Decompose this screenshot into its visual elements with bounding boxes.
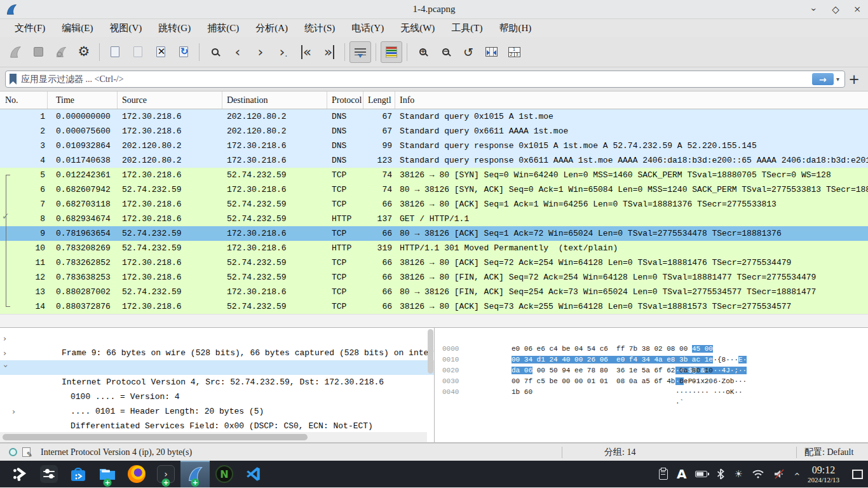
packet-row[interactable]: 5 0.012242361 172.30.218.6 52.74.232.59 … bbox=[0, 168, 868, 182]
expert-info-icon[interactable] bbox=[9, 448, 17, 456]
details-vertical-scrollbar[interactable] bbox=[428, 329, 433, 374]
taskbar-firefox[interactable] bbox=[122, 461, 151, 487]
taskbar-vscode[interactable] bbox=[239, 461, 268, 487]
taskbar-terminal[interactable]: ›+ bbox=[151, 461, 180, 487]
zoom-in-button[interactable]: + bbox=[412, 41, 433, 63]
show-desktop-button[interactable] bbox=[852, 470, 863, 479]
menu-item[interactable]: 文件(F) bbox=[6, 20, 53, 36]
menu-item[interactable]: 工具(T) bbox=[443, 20, 491, 36]
packet-row[interactable]: 13 0.880287002 52.74.232.59 172.30.218.6… bbox=[0, 285, 868, 299]
go-forward-button[interactable]: › bbox=[250, 41, 271, 63]
resize-columns-button[interactable] bbox=[480, 41, 502, 63]
go-to-packet-button[interactable]: ›. bbox=[273, 41, 294, 63]
statusbar-profile[interactable]: 配置: Default bbox=[797, 447, 868, 458]
detail-line[interactable]: Total Length: 52 bbox=[0, 419, 434, 433]
packet-row[interactable]: 14 0.880372876 172.30.218.6 52.74.232.59… bbox=[0, 299, 868, 314]
detail-line[interactable]: 0100 .... = Version: 4 bbox=[0, 375, 434, 390]
go-back-button[interactable]: ‹ bbox=[227, 41, 248, 63]
start-capture-button[interactable] bbox=[4, 41, 26, 63]
column-header-destination[interactable]: Destination bbox=[222, 92, 327, 109]
column-header-no[interactable]: No. bbox=[0, 92, 48, 109]
taskbar-control-center[interactable] bbox=[34, 461, 64, 487]
capture-options-button[interactable]: ⚙ bbox=[73, 41, 95, 63]
hex-row[interactable]: 0000e0 06 e6 c4 be 04 54 c6 ff 7b 38 02 … bbox=[435, 333, 868, 344]
packet-row[interactable]: 7 0.682703118 172.30.218.6 52.74.232.59 … bbox=[0, 197, 868, 212]
colorize-toggle[interactable] bbox=[381, 41, 402, 63]
display-filter-input[interactable] bbox=[21, 74, 812, 85]
expander-icon[interactable]: › bbox=[12, 404, 20, 419]
zoom-reset-button[interactable]: ↺ bbox=[458, 41, 479, 63]
taskbar-launcher[interactable] bbox=[5, 461, 34, 487]
restart-capture-button[interactable] bbox=[50, 41, 72, 63]
reload-file-button[interactable]: ↻ bbox=[173, 41, 194, 63]
column-header-protocol[interactable]: Protocol bbox=[327, 92, 363, 109]
expander-icon[interactable]: › bbox=[3, 331, 11, 346]
packet-list-hscrollbar[interactable] bbox=[0, 314, 868, 327]
filter-expression-caret-icon[interactable]: ▾ bbox=[836, 76, 839, 83]
menu-item[interactable]: 无线(W) bbox=[392, 20, 443, 36]
maximize-button[interactable]: ◇ bbox=[825, 0, 846, 19]
menu-item[interactable]: 分析(A) bbox=[247, 20, 296, 36]
packet-row[interactable]: 9 0.781963654 52.74.232.59 172.30.218.6 … bbox=[0, 226, 868, 241]
input-method-indicator[interactable]: A bbox=[677, 466, 686, 482]
display-filter-box[interactable]: → ▾ bbox=[5, 71, 845, 88]
detail-line[interactable]: ›Ethernet II, Src: NewH3CTechno_7b:38:02… bbox=[0, 346, 434, 360]
packet-row[interactable]: 10 0.783208269 52.74.232.59 172.30.218.6… bbox=[0, 241, 868, 255]
expander-icon[interactable]: › bbox=[3, 346, 11, 360]
go-last-packet-button[interactable]: » bbox=[318, 41, 340, 63]
packet-row[interactable]: 6 0.682607942 52.74.232.59 172.30.218.6 … bbox=[0, 182, 868, 197]
packet-row[interactable]: 3 0.010932864 202.120.80.2 172.30.218.6 … bbox=[0, 139, 868, 153]
hex-row[interactable]: 00401b 60 ·` bbox=[435, 376, 868, 387]
menu-item[interactable]: 统计(S) bbox=[296, 20, 343, 36]
menu-item[interactable]: 帮助(H) bbox=[491, 20, 539, 36]
close-button[interactable]: × bbox=[846, 0, 868, 19]
packet-row[interactable]: 4 0.011740638 202.120.80.2 172.30.218.6 … bbox=[0, 153, 868, 168]
taskbar-clock[interactable]: 09:12 2024/12/13 bbox=[808, 464, 839, 484]
packet-row[interactable]: 8 0.682934674 172.30.218.6 52.74.232.59 … bbox=[0, 212, 868, 226]
layout-123-button[interactable]: 123 bbox=[503, 41, 525, 63]
column-header-info[interactable]: Info bbox=[395, 92, 868, 109]
packet-row[interactable]: 2 0.000075600 172.30.218.6 202.120.80.2 … bbox=[0, 124, 868, 139]
auto-scroll-toggle[interactable] bbox=[349, 41, 371, 63]
packet-row[interactable]: 12 0.783638253 172.30.218.6 52.74.232.59… bbox=[0, 270, 868, 285]
bookmark-icon[interactable] bbox=[10, 74, 17, 85]
packet-row[interactable]: 11 0.783262852 172.30.218.6 52.74.232.59… bbox=[0, 255, 868, 270]
go-first-packet-button[interactable]: « bbox=[295, 41, 317, 63]
detail-line[interactable]: ›Differentiated Services Field: 0x00 (DS… bbox=[0, 404, 434, 419]
hex-row[interactable]: 003000 7f c5 be 00 00 01 01 08 0a a5 6f … bbox=[435, 365, 868, 376]
save-file-button[interactable] bbox=[127, 41, 149, 63]
details-hscrollbar-thumb[interactable] bbox=[3, 434, 308, 440]
menu-item[interactable]: 捕获(C) bbox=[199, 20, 247, 36]
detail-line[interactable]: .... 0101 = Header Length: 20 bytes (5) bbox=[0, 390, 434, 404]
hex-row[interactable]: 001000 34 d1 24 40 00 26 06 e0 f4 34 4a … bbox=[435, 344, 868, 355]
clipboard-icon[interactable] bbox=[659, 469, 668, 480]
volume-muted-icon[interactable] bbox=[773, 468, 786, 480]
taskbar-file-manager[interactable]: + bbox=[93, 461, 122, 487]
detail-line[interactable]: ›Frame 9: 66 bytes on wire (528 bits), 6… bbox=[0, 331, 434, 346]
taskbar-neovim[interactable]: N bbox=[210, 461, 239, 487]
hex-row[interactable]: 0020da 06 00 50 94 ee 78 80 36 1e 5a 6f … bbox=[435, 355, 868, 365]
capture-comment-icon[interactable] bbox=[22, 447, 31, 457]
add-filter-button[interactable]: + bbox=[845, 72, 863, 87]
taskbar-wireshark[interactable]: + bbox=[180, 461, 210, 487]
stop-capture-button[interactable] bbox=[27, 41, 49, 63]
brightness-icon[interactable]: ☀ bbox=[734, 468, 742, 480]
open-file-button[interactable] bbox=[104, 41, 126, 63]
wifi-icon[interactable] bbox=[752, 469, 764, 479]
find-packet-button[interactable] bbox=[204, 41, 226, 63]
battery-icon[interactable] bbox=[695, 471, 707, 477]
column-header-source[interactable]: Source bbox=[118, 92, 222, 109]
packet-row[interactable]: 1 0.000000000 172.30.218.6 202.120.80.2 … bbox=[0, 109, 868, 124]
bluetooth-icon[interactable] bbox=[716, 468, 725, 480]
taskbar-app-store[interactable] bbox=[64, 461, 93, 487]
menu-item[interactable]: 跳转(G) bbox=[150, 20, 199, 36]
tray-expand-icon[interactable]: › bbox=[791, 472, 803, 476]
column-header-time[interactable]: Time bbox=[48, 92, 118, 109]
menu-item[interactable]: 电话(Y) bbox=[343, 20, 392, 36]
menu-item[interactable]: 编辑(E) bbox=[53, 20, 101, 36]
apply-filter-button[interactable]: → bbox=[812, 73, 834, 85]
close-file-button[interactable]: ✕ bbox=[150, 41, 172, 63]
menu-item[interactable]: 视图(V) bbox=[102, 20, 151, 36]
minimize-button[interactable]: › bbox=[803, 0, 825, 19]
detail-line[interactable]: ›Internet Protocol Version 4, Src: 52.74… bbox=[0, 360, 434, 375]
